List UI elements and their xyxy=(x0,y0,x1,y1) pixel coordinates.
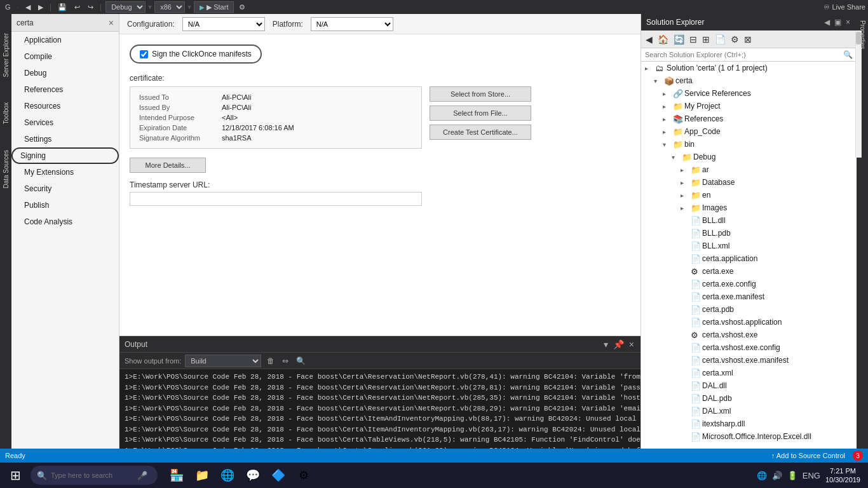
toolbar-btn-nav-fwd[interactable]: ▶ xyxy=(36,3,46,12)
output-wrap-btn[interactable]: ⇔ xyxy=(280,356,290,366)
server-explorer-label[interactable]: Server Explorer xyxy=(3,33,10,77)
sidebar-item-security[interactable]: Security xyxy=(11,180,119,197)
taskbar-network-icon[interactable]: 🌐 xyxy=(757,471,767,480)
sidebar-item-services[interactable]: Services xyxy=(11,114,119,131)
taskbar-app-store[interactable]: 🏪 xyxy=(165,464,188,487)
start-menu-button[interactable]: ⊞ xyxy=(3,463,28,488)
sidebar-item-resources[interactable]: Resources xyxy=(11,98,119,114)
se-pin-button[interactable]: ◀ xyxy=(823,18,831,27)
more-details-button[interactable]: More Details... xyxy=(130,158,206,173)
toolbar-btn-extra[interactable]: ⚙ xyxy=(236,3,248,12)
tree-item-dal-pdb[interactable]: 📄DAL.pdb xyxy=(641,392,857,405)
taskbar-clock[interactable]: 7:21 PM 10/30/2019 xyxy=(825,466,860,485)
tree-item-certa-manifest[interactable]: 📄certa.exe.manifest xyxy=(641,290,857,303)
taskbar-app-skype[interactable]: 💬 xyxy=(241,464,264,487)
output-from-select[interactable]: Build xyxy=(185,355,261,367)
debug-config-dropdown[interactable]: Debug xyxy=(105,1,146,13)
taskbar-lang-label[interactable]: ENG xyxy=(803,471,820,480)
toolbar-btn-undo[interactable]: ↩ xyxy=(72,3,83,12)
se-refresh-button[interactable]: 🔄 xyxy=(672,34,686,45)
tree-item-dal-xml[interactable]: 📄DAL.xml xyxy=(641,405,857,417)
sign-clickonce-checkbox[interactable] xyxy=(140,50,148,58)
tree-item-database[interactable]: ▸📁Database xyxy=(641,176,857,189)
se-close-button[interactable]: × xyxy=(844,18,851,27)
toolbar-btn-redo[interactable]: ↪ xyxy=(85,3,96,12)
sidebar-item-application[interactable]: Application xyxy=(11,32,119,48)
se-back-button[interactable]: ◀ xyxy=(644,34,654,45)
config-dropdown[interactable]: N/A xyxy=(182,17,265,31)
taskbar-app-chrome[interactable]: 🌐 xyxy=(216,464,239,487)
sidebar-tab-close[interactable]: × xyxy=(109,18,114,28)
tree-item-itextsharp[interactable]: 📄itextsharp.dll xyxy=(641,417,857,430)
se-settings-button[interactable]: ⚙ xyxy=(729,34,741,45)
tree-item-my-project[interactable]: ▸📁My Project xyxy=(641,100,857,112)
tree-item-bll-xml[interactable]: 📄BLL.xml xyxy=(641,240,857,252)
search-bar[interactable]: 🔍 🎤 xyxy=(31,466,158,485)
tree-item-certa-project[interactable]: ▾📦certa xyxy=(641,74,857,87)
toolbox-label[interactable]: Toolbox xyxy=(3,102,10,124)
search-bar-input[interactable] xyxy=(51,471,133,479)
output-collapse-button[interactable]: ▾ xyxy=(602,339,609,349)
tree-item-certa-xml[interactable]: 📄certa.xml xyxy=(641,367,857,379)
tree-item-bll-pdb[interactable]: 📄BLL.pdb xyxy=(641,227,857,240)
toolbar-btn-nav-back[interactable]: ◀ xyxy=(23,3,33,12)
tree-item-certa-vshost-app[interactable]: 📄certa.vshost.application xyxy=(641,316,857,329)
sidebar-item-signing[interactable]: Signing xyxy=(11,147,119,164)
sidebar-item-settings[interactable]: Settings xyxy=(11,131,119,147)
sign-clickonce-label[interactable]: Sign the ClickOnce manifests xyxy=(152,50,252,58)
tree-item-en[interactable]: ▸📁en xyxy=(641,189,857,201)
se-search-input[interactable] xyxy=(645,51,843,58)
tree-item-debug[interactable]: ▾📁Debug xyxy=(641,151,857,163)
toolbar-btn-g[interactable]: G xyxy=(3,3,13,11)
toolbar-btn-save[interactable]: 💾 xyxy=(55,3,69,12)
sidebar-item-code-analysis[interactable]: Code Analysis xyxy=(11,214,119,230)
tree-item-certa-pdb[interactable]: 📄certa.pdb xyxy=(641,303,857,316)
taskbar-battery-icon[interactable]: 🔋 xyxy=(787,471,797,480)
platform-config-dropdown[interactable]: N/A xyxy=(311,17,393,31)
tree-item-references[interactable]: ▸📚References xyxy=(641,112,857,125)
sidebar-item-compile[interactable]: Compile xyxy=(11,48,119,65)
tree-item-certa-vshost-config[interactable]: 📄certa.vshost.exe.config xyxy=(641,341,857,354)
output-clear-btn[interactable]: 🗑 xyxy=(265,356,276,366)
tree-item-certa-vshost-exe[interactable]: ⚙certa.vshost.exe xyxy=(641,329,857,341)
taskbar-volume-icon[interactable]: 🔊 xyxy=(772,471,782,480)
sidebar-item-debug[interactable]: Debug xyxy=(11,65,119,81)
tree-item-service-refs[interactable]: ▸🔗Service References xyxy=(641,87,857,100)
data-sources-label[interactable]: Data Sources xyxy=(3,150,10,189)
taskbar-app-explorer[interactable]: 📁 xyxy=(191,464,214,487)
tree-item-images[interactable]: ▸📁Images xyxy=(641,201,857,214)
se-collapse-button[interactable]: ⊟ xyxy=(688,34,699,45)
taskbar-app-gear[interactable]: ⚙ xyxy=(292,464,315,487)
select-from-file-button[interactable]: Select from File... xyxy=(430,105,531,121)
live-share-button[interactable]: ♾ Live Share xyxy=(824,3,865,11)
status-source-control[interactable]: ↑ Add to Source Control xyxy=(771,452,845,459)
start-button[interactable]: ▶ ▶ Start xyxy=(194,1,234,13)
tree-item-bin[interactable]: ▾📁bin xyxy=(641,138,857,151)
tree-item-certa-app[interactable]: 📄certa.application xyxy=(641,252,857,265)
output-close-button[interactable]: × xyxy=(628,339,635,349)
platform-dropdown[interactable]: x86 xyxy=(154,1,185,13)
tree-item-app-code[interactable]: ▸📁App_Code xyxy=(641,125,857,138)
microphone-icon[interactable]: 🎤 xyxy=(137,471,147,480)
se-pending-changes-button[interactable]: ⊞ xyxy=(700,34,712,45)
sidebar-item-my-extensions[interactable]: My Extensions xyxy=(11,164,119,180)
se-home-button[interactable]: 🏠 xyxy=(656,34,670,45)
timestamp-input[interactable] xyxy=(130,192,422,206)
tree-item-solution[interactable]: ▸🗂Solution 'certa' (1 of 1 project) xyxy=(641,62,857,74)
tree-item-certa-exe[interactable]: ⚙certa.exe xyxy=(641,265,857,278)
create-test-cert-button[interactable]: Create Test Certificate... xyxy=(430,125,531,140)
tree-item-certa-vshost-manifest[interactable]: 📄certa.vshost.exe.manifest xyxy=(641,354,857,367)
taskbar-app-vs[interactable]: 🔷 xyxy=(267,464,290,487)
tree-item-certa-config[interactable]: 📄certa.exe.config xyxy=(641,278,857,290)
output-find-btn[interactable]: 🔍 xyxy=(294,356,308,366)
tree-item-msoffice[interactable]: 📄Microsoft.Office.Interop.Excel.dll xyxy=(641,430,857,443)
tree-item-bll-dll[interactable]: 📄BLL.dll xyxy=(641,214,857,227)
tree-item-ar[interactable]: ▸📁ar xyxy=(641,163,857,176)
sidebar-item-publish[interactable]: Publish xyxy=(11,197,119,214)
se-dock-button[interactable]: ▣ xyxy=(833,18,843,27)
tree-item-dal-dll[interactable]: 📄DAL.dll xyxy=(641,379,857,392)
se-close-se-button[interactable]: ⊠ xyxy=(742,34,754,45)
output-pin-button[interactable]: 📌 xyxy=(612,339,625,349)
select-from-store-button[interactable]: Select from Store... xyxy=(430,86,531,102)
sidebar-item-references[interactable]: References xyxy=(11,81,119,98)
